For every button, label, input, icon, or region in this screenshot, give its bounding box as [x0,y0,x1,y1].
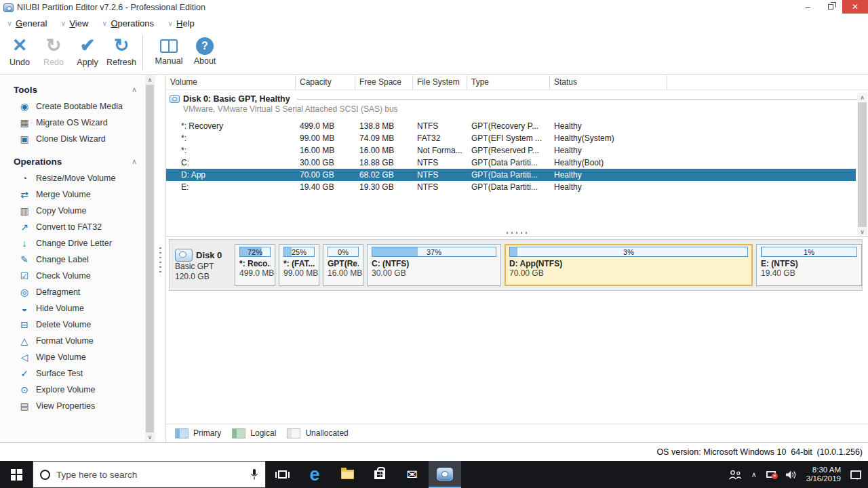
network-icon[interactable]: ✕ [766,471,776,478]
menu-label: View [69,18,88,28]
partition-label: E: (NTFS) [761,259,857,268]
sidebar-item-explore-volume[interactable]: ⊙ Explore Volume [0,382,156,398]
column-header-file-system[interactable]: File System [413,75,467,89]
menu-general[interactable]: ∨ General [7,18,47,28]
sidebar-item-label: Create Bootable Media [36,102,123,111]
column-header-type[interactable]: Type [467,75,550,89]
sidebar-item-change-drive-letter[interactable]: ↓ Change Drive Letter [0,235,156,251]
eye-icon: ◒ [19,303,30,314]
close-button[interactable]: ✕ [842,0,868,14]
scroll-up-icon[interactable]: ∧ [145,75,155,85]
cd-icon: ◉ [19,101,30,112]
action-center-icon[interactable] [850,470,861,479]
apply-button[interactable]: ✔ Apply [71,31,104,67]
tools-section-header[interactable]: Tools ∧ [0,81,156,98]
undo-button[interactable]: ✕ Undo [3,31,37,67]
sidebar-item-label: Surface Test [36,369,83,378]
sidebar-item-defragment[interactable]: ◎ Defragment [0,284,156,300]
partition-label: GPT(Re... [328,259,359,268]
vertical-splitter-handle[interactable] [159,247,161,273]
column-header-volume[interactable]: Volume [166,75,296,89]
sidebar-item-view-properties[interactable]: ▤ View Properties [0,398,156,414]
scroll-down-icon[interactable]: ∨ [145,432,155,442]
column-header-free-space[interactable]: Free Space [355,75,413,89]
cell-file-system: Not Forma... [413,146,467,155]
sidebar-item-merge-volume[interactable]: ⇄ Merge Volume [0,186,156,203]
restore-button[interactable] [819,0,842,14]
operations-section-header[interactable]: Operations ∧ [0,152,156,170]
table-row-e[interactable]: E: 19.40 GB 19.30 GB NTFS GPT(Data Parti… [166,181,856,193]
legend-bar: Primary Logical Unallocated [166,424,868,442]
table-row-reserved[interactable]: *: 16.00 MB 16.00 MB Not Forma... GPT(Re… [166,144,856,157]
sidebar-item-resize-move-volume[interactable]: ◔ Resize/Move Volume [0,170,156,186]
partition-block-d-selected[interactable]: 3% D: App(NTFS) 70.00 GB [505,244,753,286]
redo-button[interactable]: ↻ Redo [37,31,71,67]
horizontal-splitter-handle[interactable] [507,232,528,234]
menu-view[interactable]: ∨ View [60,18,88,28]
sidebar-item-check-volume[interactable]: ☑ Check Volume [0,268,156,284]
sidebar-item-delete-volume[interactable]: ⊟ Delete Volume [0,317,156,333]
sidebar-item-clone-disk-wizard[interactable]: ▣ Clone Disk Wizard [0,131,156,147]
table-row-c[interactable]: C: 30.00 GB 18.88 GB NTFS GPT(Data Parti… [166,157,856,169]
sidebar-item-hide-volume[interactable]: ◒ Hide Volume [0,300,156,317]
people-icon[interactable] [728,470,742,480]
partition-block-reserved[interactable]: 0% GPT(Re... 16.00 MB [323,244,363,286]
sidebar-item-copy-volume[interactable]: ▥ Copy Volume [0,203,156,219]
partition-block-c[interactable]: 37% C: (NTFS) 30.00 GB [367,244,501,286]
edge-button[interactable]: e [298,461,331,488]
microphone-icon[interactable] [250,468,258,481]
cell-file-system: NTFS [413,170,467,180]
partition-size: 99.00 MB [283,268,315,278]
scrollbar-thumb[interactable] [858,102,867,227]
cell-file-system: NTFS [413,182,467,192]
menu-operations[interactable]: ∨ Operations [102,18,154,28]
taskbar-search[interactable] [33,461,266,488]
sidebar-item-create-bootable-media[interactable]: ◉ Create Bootable Media [0,98,156,115]
partition-block-efi[interactable]: 25% *: (FAT... 99.00 MB [279,244,319,286]
menu-help[interactable]: ∨ Help [167,18,195,28]
table-row-efi[interactable]: *: 99.00 MB 74.09 MB FAT32 GPT(EFI Syste… [166,132,856,144]
store-button[interactable] [363,461,396,488]
sidebar-item-wipe-volume[interactable]: ◁ Wipe Volume [0,349,156,365]
cell-file-system: NTFS [413,121,467,131]
hard-disk-icon [175,249,193,262]
disk-map-info[interactable]: Disk 0 Basic GPT 120.0 GB [173,249,231,282]
sidebar-item-label: Wipe Volume [36,352,86,362]
disk-group-subtitle: VMware, VMware Virtual S Serial Attached… [166,104,868,115]
partition-block-e[interactable]: 1% E: (NTFS) 19.40 GB [756,244,862,286]
table-scrollbar[interactable]: ∧ ∨ [857,93,867,237]
collapse-up-icon: ∧ [132,85,137,94]
logical-swatch-icon [232,428,245,439]
partition-block-recovery[interactable]: 72% *: Reco... 499.0 MB [235,244,275,286]
mail-button[interactable]: ✉ [396,461,429,488]
speaker-icon[interactable] [785,470,797,480]
sidebar-item-migrate-os-wizard[interactable]: ▦ Migrate OS Wizard [0,115,156,131]
column-header-status[interactable]: Status [550,75,667,89]
sidebar-item-surface-test[interactable]: ✓ Surface Test [0,365,156,382]
minimize-button[interactable]: – [796,0,819,14]
sidebar-item-change-label[interactable]: ✎ Change Label [0,251,156,268]
about-button[interactable]: ? About [188,31,222,66]
sidebar-item-label: View Properties [36,401,95,411]
scrollbar-thumb[interactable] [146,85,154,432]
niubi-app-button-active[interactable] [429,461,461,488]
manual-button[interactable]: Manual [150,31,188,66]
start-button[interactable] [0,461,33,488]
task-view-button[interactable] [266,461,298,488]
refresh-button[interactable]: ↻ Refresh [104,31,138,67]
search-input[interactable] [56,470,244,480]
table-row-recovery[interactable]: *: Recovery 499.0 MB 138.8 MB NTFS GPT(R… [166,120,856,132]
file-explorer-button[interactable] [331,461,363,488]
scroll-up-icon[interactable]: ∧ [857,93,867,102]
menu-label: Operations [111,18,154,28]
sidebar-scrollbar[interactable]: ∧ ∨ [145,75,155,442]
disk-group-row[interactable]: Disk 0: Basic GPT, Healthy VMware, VMwar… [166,94,868,115]
tray-chevron-up-icon[interactable]: ∧ [751,470,757,479]
menu-label: Help [176,18,195,28]
table-row-d-selected[interactable]: D: App 70.00 GB 68.02 GB NTFS GPT(Data P… [166,169,856,181]
sidebar-item-format-volume[interactable]: △ Format Volume [0,333,156,349]
column-header-capacity[interactable]: Capacity [296,75,355,89]
taskbar-clock[interactable]: 8:30 AM 3/16/2019 [806,466,841,484]
sidebar-item-convert-to-fat32[interactable]: ↗ Convert to FAT32 [0,219,156,235]
legend-logical: Logical [232,428,276,439]
